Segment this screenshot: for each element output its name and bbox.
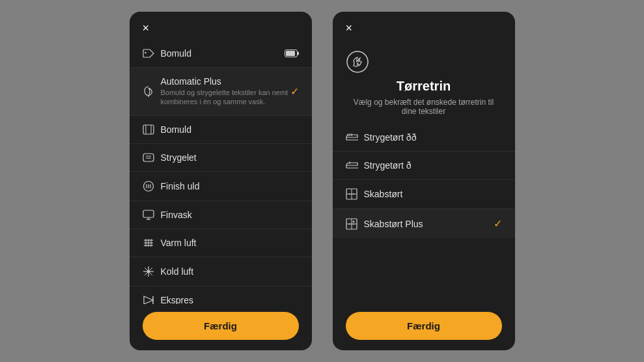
menu-item-ekspres[interactable]: Ekspres bbox=[130, 286, 312, 304]
panel1-header: × bbox=[130, 12, 312, 40]
svg-point-42 bbox=[353, 193, 354, 195]
check-icon: ✓ bbox=[290, 85, 299, 98]
panel1-menu-list: Bomuld Automatic Plus Bo bbox=[130, 40, 312, 304]
menu-item-varm-luft[interactable]: Varm luft bbox=[130, 229, 312, 257]
menu-item-sublabel: Bomuld og strygelette tekstiler kan nemt… bbox=[161, 88, 290, 107]
circle-lines-icon bbox=[143, 180, 161, 192]
iron-single-icon bbox=[346, 160, 364, 171]
svg-rect-5 bbox=[143, 125, 154, 134]
menu-item-label: Bomuld bbox=[161, 48, 285, 59]
panel2-header: × bbox=[333, 12, 515, 40]
svg-point-47 bbox=[353, 223, 354, 225]
menu-item-strygetort-2[interactable]: Strygetørt ðð bbox=[333, 124, 515, 152]
panel2-subtitle: Vælg og bekræft det ønskede tørretrin ti… bbox=[333, 96, 515, 124]
svg-marker-29 bbox=[144, 296, 153, 304]
panel2-close-button[interactable]: × bbox=[346, 22, 353, 34]
panel1-close-button[interactable]: × bbox=[143, 22, 150, 34]
panel2-icon-area bbox=[333, 40, 515, 76]
tag-icon bbox=[143, 49, 161, 58]
menu-item-label: Ekspres bbox=[161, 295, 299, 304]
menu-item-label: Strygetørt ðð bbox=[364, 132, 502, 143]
svg-point-46 bbox=[349, 223, 350, 225]
panel2-footer: Færdig bbox=[333, 304, 515, 350]
menu-item-label: Strygetørt ð bbox=[364, 160, 502, 171]
cabinet-plus-icon bbox=[346, 218, 364, 230]
menu-item-bomuld[interactable]: Bomuld bbox=[130, 116, 312, 144]
menu-item-strygetort-1[interactable]: Strygetørt ð bbox=[333, 152, 515, 180]
cabinet-icon bbox=[346, 188, 364, 200]
play-triangle-icon bbox=[143, 295, 161, 304]
menu-item-label: Varm luft bbox=[161, 238, 299, 248]
menu-item-finvask[interactable]: Finvask bbox=[130, 201, 312, 229]
menu-item-strygelet[interactable]: Strygelet bbox=[130, 144, 312, 172]
monitor-icon bbox=[143, 210, 161, 220]
svg-rect-2 bbox=[286, 51, 295, 56]
leaf-icon bbox=[143, 85, 161, 97]
heat-icon bbox=[346, 50, 369, 74]
svg-point-31 bbox=[347, 51, 368, 72]
svg-point-28 bbox=[147, 270, 150, 273]
menu-item-finish-uld[interactable]: Finish uld bbox=[130, 172, 312, 201]
menu-item-content: Bomuld bbox=[161, 48, 285, 59]
panel2-done-button[interactable]: Færdig bbox=[346, 312, 502, 340]
iron-lines-icon bbox=[346, 132, 364, 143]
svg-point-0 bbox=[145, 52, 146, 53]
menu-item-bomuld-top[interactable]: Bomuld bbox=[130, 40, 312, 68]
panel-drylevel: × Tørretrin Vælg og bekræft det ønskede … bbox=[333, 12, 515, 350]
panel2-title: Tørretrin bbox=[333, 76, 515, 96]
menu-item-label: Skabstørt Plus bbox=[364, 219, 494, 229]
lines-grid-icon bbox=[143, 238, 161, 248]
menu-item-content: Automatic Plus Bomuld og strygelette tek… bbox=[161, 76, 290, 107]
menu-item-label: Skabstørt bbox=[364, 189, 502, 199]
svg-point-41 bbox=[349, 193, 350, 195]
menu-item-kold-luft[interactable]: Kold luft bbox=[130, 257, 312, 286]
snowflake-icon bbox=[143, 266, 161, 277]
square-box-icon bbox=[143, 124, 161, 135]
menu-item-label: Finish uld bbox=[161, 181, 299, 191]
menu-item-label: Strygelet bbox=[161, 152, 299, 163]
menu-item-automatic-plus[interactable]: Automatic Plus Bomuld og strygelette tek… bbox=[130, 68, 312, 116]
panel-wash-programs: × Bomuld bbox=[130, 12, 312, 350]
svg-rect-15 bbox=[143, 210, 154, 217]
menu-item-skabstort[interactable]: Skabstørt bbox=[333, 180, 515, 209]
iron-icon bbox=[143, 152, 161, 163]
svg-rect-8 bbox=[143, 154, 154, 161]
menu-item-skabstort-plus[interactable]: Skabstørt Plus ✓ bbox=[333, 209, 515, 238]
menu-item-label: Kold luft bbox=[161, 266, 299, 277]
panel1-done-button[interactable]: Færdig bbox=[143, 312, 299, 340]
check-icon: ✓ bbox=[494, 217, 502, 230]
panel2-menu-list: Strygetørt ðð Strygetørt ð bbox=[333, 124, 515, 304]
menu-item-label: Finvask bbox=[161, 210, 299, 220]
menu-item-label: Bomuld bbox=[161, 124, 299, 135]
menu-item-label: Automatic Plus bbox=[161, 76, 290, 87]
svg-rect-3 bbox=[298, 52, 299, 55]
panel1-footer: Færdig bbox=[130, 304, 312, 350]
